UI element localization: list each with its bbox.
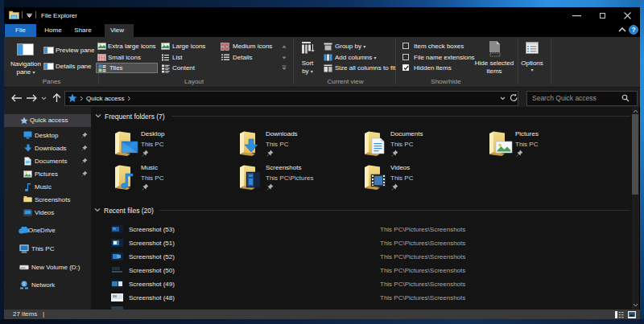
- svg-text:?: ?: [631, 26, 635, 34]
